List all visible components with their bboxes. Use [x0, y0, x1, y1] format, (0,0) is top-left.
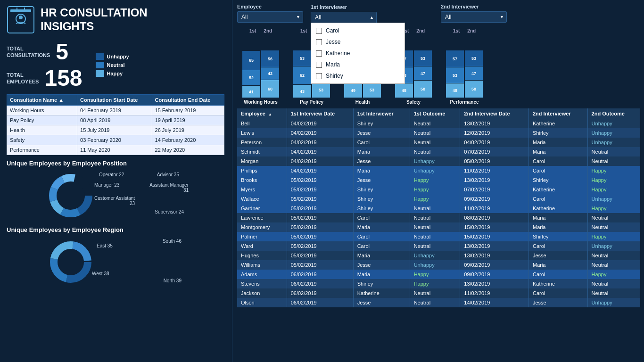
data-cell: Unhappy	[587, 138, 640, 147]
data-cell: Happy	[587, 270, 640, 279]
table-row[interactable]: Williams05/02/2019JesseUnhappy09/02/2019…	[237, 260, 640, 270]
table-row[interactable]: Wallace05/02/2019ShirleyHappy09/02/2019C…	[237, 194, 640, 204]
data-cell: Schmidt	[237, 147, 287, 156]
data-cell: Carol	[353, 213, 410, 222]
checkbox-shirley[interactable]	[316, 73, 322, 79]
data-cell: Brooks	[237, 175, 287, 185]
table-row[interactable]: Phillips04/02/2019MariaUnhappy11/02/2019…	[237, 166, 640, 175]
data-cell: Carol	[353, 241, 410, 251]
dropdown-item-maria[interactable]: Maria	[311, 59, 405, 70]
interviewer2-select[interactable]: All	[441, 11, 507, 23]
legend: Unhappy Neutral Happy	[96, 53, 129, 77]
p-2nd-happy: 58	[465, 81, 483, 98]
employee-filter-group: Employee All	[237, 4, 303, 23]
table-row[interactable]: Montgomery05/02/2019MariaNeutral15/02/20…	[237, 222, 640, 232]
chart-performance: 1st 2nd 57 53 48 53 47 58 Performance	[441, 28, 488, 105]
legend-box-neutral	[96, 62, 104, 68]
interviewer1-select[interactable]: All	[311, 12, 377, 23]
table-row[interactable]: Peterson04/02/2019CarolNeutral04/02/2019…	[237, 138, 640, 147]
table-row[interactable]: Gardner05/02/2019ShirleyNeutral11/02/201…	[237, 204, 640, 213]
table-row[interactable]: Lewis04/02/2019JesseNeutral12/02/2019Shi…	[237, 128, 640, 138]
data-cell: Shirley	[528, 175, 587, 185]
checkbox-katherine[interactable]	[316, 50, 322, 57]
data-cell: 06/02/2019	[287, 270, 353, 279]
data-table-wrapper[interactable]: Employee ▲ 1st Interview Date 1st Interv…	[237, 108, 640, 360]
table-row[interactable]: Brooks05/02/2019JesseHappy13/02/2019Shir…	[237, 175, 640, 185]
col-2nd-interviewer[interactable]: 2nd Interviewer	[528, 108, 587, 119]
table-row[interactable]: Bell04/02/2019ShirleyNeutral13/02/2019Ka…	[237, 119, 640, 128]
data-cell: 11/02/2019	[460, 166, 529, 175]
dropdown-item-katherine[interactable]: Katherine	[311, 48, 405, 59]
panel-divider	[232, 0, 232, 362]
data-cell: 08/02/2019	[460, 213, 529, 222]
data-cell: Neutral	[410, 241, 460, 251]
data-cell: Neutral	[410, 222, 460, 232]
dropdown-item-jesse[interactable]: Jesse	[311, 36, 405, 48]
col-2nd-interview-date[interactable]: 2nd Interview Date	[460, 108, 529, 119]
position-chart-section: Unique Employees by Employee Position Ad…	[7, 160, 224, 222]
data-cell: Happy	[587, 204, 640, 213]
checkbox-jesse[interactable]	[316, 39, 322, 45]
legend-item-unhappy: Unhappy	[96, 53, 129, 60]
chart-title-performance: Performance	[450, 99, 479, 105]
data-cell: Jesse	[353, 156, 410, 166]
logo-icon	[7, 6, 35, 34]
filters-row: Employee All 1st Interviewer All Carol	[237, 4, 640, 23]
data-cell: 04/02/2019	[287, 147, 353, 156]
data-cell: Stevens	[237, 279, 287, 288]
data-cell: Carol	[528, 156, 587, 166]
table-row[interactable]: Lawrence05/02/2019CarolNeutral08/02/2019…	[237, 213, 640, 222]
reg-south-label: South 46	[163, 239, 182, 244]
col-1st-outcome[interactable]: 1st Outcome	[410, 108, 460, 119]
data-cell: 07/02/2019	[460, 185, 529, 194]
checkbox-carol[interactable]	[316, 28, 322, 34]
data-cell: Happy	[410, 270, 460, 279]
data-cell: Peterson	[237, 138, 287, 147]
bar-pair-perf: 57 53 48 53 47 58	[446, 36, 483, 98]
col-1st-interview-date[interactable]: 1st Interview Date	[287, 108, 353, 119]
data-cell: 05/02/2019	[287, 185, 353, 194]
employee-select[interactable]: All	[237, 11, 303, 23]
data-cell: Adams	[237, 270, 287, 279]
table-row[interactable]: Myers05/02/2019ShirleyHappy07/02/2019Kat…	[237, 185, 640, 194]
data-cell: Wallace	[237, 194, 287, 204]
pp-1st-neutral: 62	[293, 66, 311, 84]
data-cell: 04/02/2019	[287, 138, 353, 147]
data-cell: Maria	[353, 147, 410, 156]
table-row[interactable]: Stevens06/02/2019ShirleyHappy13/02/2019K…	[237, 279, 640, 288]
col-2nd-outcome[interactable]: 2nd Outcome	[587, 108, 640, 119]
data-cell: 05/02/2019	[287, 232, 353, 241]
legend-label-neutral: Neutral	[107, 62, 125, 68]
pp-1st-unhappy: 53	[293, 50, 311, 66]
table-row[interactable]: Palmer05/02/2019CarolNeutral15/02/2019Sh…	[237, 232, 640, 241]
data-cell: 05/02/2019	[287, 194, 353, 204]
checkbox-maria[interactable]	[316, 62, 322, 68]
table-row[interactable]: Adams06/02/2019MariaHappy09/02/2019Carol…	[237, 270, 640, 279]
employee-sort-arrow: ▲	[268, 112, 272, 116]
table-row[interactable]: Morgan04/02/2019JesseUnhappy05/02/2019Ca…	[237, 156, 640, 166]
data-cell: 05/02/2019	[287, 251, 353, 260]
table-row[interactable]: Jackson06/02/2019KatherineNeutral11/02/2…	[237, 288, 640, 298]
table-row[interactable]: Olson06/02/2019JesseNeutral14/02/2019Jes…	[237, 298, 640, 307]
data-cell: Jackson	[237, 288, 287, 298]
dropdown-label-jesse: Jesse	[326, 39, 340, 45]
dropdown-item-shirley[interactable]: Shirley	[311, 70, 405, 82]
data-cell: Carol	[528, 166, 587, 175]
table-row[interactable]: Schmidt04/02/2019MariaNeutral07/02/2019M…	[237, 147, 640, 156]
col-1st-interviewer[interactable]: 1st Interviewer	[353, 108, 410, 119]
h-2nd-happy: 53	[363, 82, 381, 98]
data-cell: 04/02/2019	[287, 166, 353, 175]
dropdown-label-katherine: Katherine	[326, 50, 350, 57]
data-cell: Carol	[528, 241, 587, 251]
table-row[interactable]: Ward05/02/2019CarolNeutral13/02/2019Caro…	[237, 241, 640, 251]
chart-title-wh: Working Hours	[244, 99, 277, 105]
reg-west-label: West 38	[92, 271, 109, 276]
consult-cell: 03 February 2020	[77, 135, 152, 145]
col-employee[interactable]: Employee ▲	[237, 108, 287, 119]
dropdown-item-carol[interactable]: Carol	[311, 25, 405, 36]
chart-title-health: Health	[355, 99, 370, 105]
consult-cell: 22 May 2020	[152, 145, 224, 155]
table-row[interactable]: Hughes05/02/2019MariaUnhappy13/02/2019Je…	[237, 251, 640, 260]
consult-cell: Performance	[7, 145, 77, 155]
wh-2nd-unhappy: 56	[261, 50, 279, 67]
